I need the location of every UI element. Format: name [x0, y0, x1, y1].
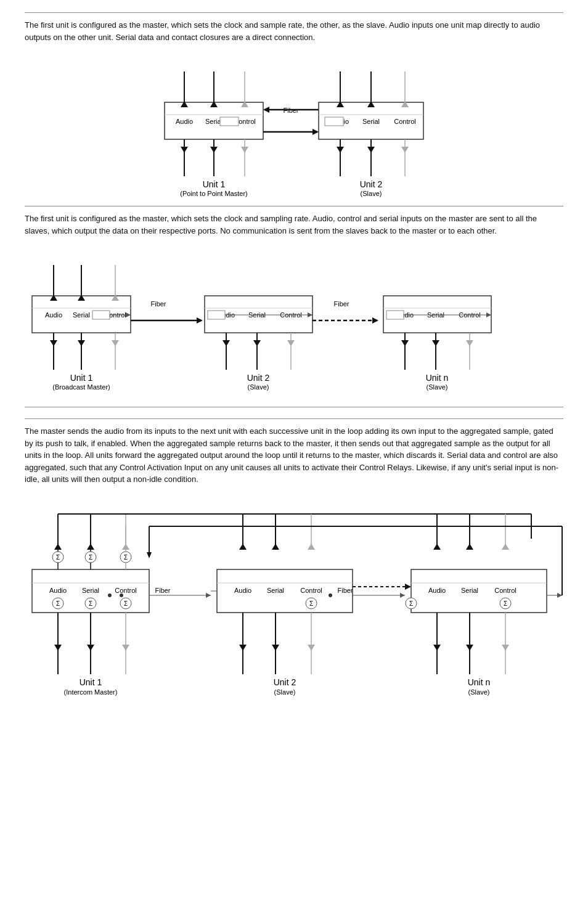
svg-text:(Intercom Master): (Intercom Master): [64, 688, 118, 696]
svg-text:(Broadcast Master): (Broadcast Master): [52, 383, 110, 391]
svg-rect-25: [92, 311, 110, 319]
unit1-subname: (Point to Point Master): [180, 190, 247, 197]
svg-text:Σ: Σ: [124, 600, 128, 607]
svg-rect-47: [208, 311, 225, 319]
svg-text:(Slave): (Slave): [248, 383, 269, 391]
svg-text:Fiber: Fiber: [337, 587, 353, 594]
unit1-name: Unit 1: [203, 179, 226, 189]
svg-text:Control: Control: [300, 587, 322, 594]
unit2-subname: (Slave): [361, 190, 382, 197]
svg-point-to-point: Audio Serial Control: [140, 53, 448, 195]
svg-point-94: [120, 593, 123, 597]
svg-marker-41: [197, 317, 203, 324]
svg-text:(Slave): (Slave): [427, 383, 448, 391]
svg-text:Fiber: Fiber: [150, 300, 166, 308]
svg-text:Audio: Audio: [49, 587, 67, 594]
svg-point-129: [329, 593, 332, 597]
diagram-point-to-point: Audio Serial Control: [25, 53, 563, 195]
fiber-arrow-right-1: [312, 129, 319, 135]
svg-text:Serial: Serial: [82, 587, 99, 594]
svg-text:Σ: Σ: [89, 554, 92, 561]
svg-text:Fiber: Fiber: [333, 300, 349, 308]
fiber-arrow-left-1: [263, 107, 269, 113]
desc-intercom: The master sends the audio from its inpu…: [25, 425, 563, 486]
diagram-broadcast: Audio Serial Control Fiber Audio S: [25, 247, 563, 394]
svg-broadcast: Audio Serial Control Fiber Audio S: [26, 247, 562, 394]
desc-broadcast: The first unit is configured as the mast…: [25, 213, 563, 237]
unit2-name: Unit 2: [360, 179, 383, 189]
svg-rect-13: [325, 117, 343, 126]
svg-text:Σ: Σ: [309, 600, 313, 607]
svg-text:Serial: Serial: [73, 311, 90, 319]
svg-marker-128: [400, 593, 405, 598]
svg-text:Unit 2: Unit 2: [274, 677, 296, 687]
svg-marker-92: [206, 593, 211, 598]
svg-text:(Slave): (Slave): [468, 688, 490, 696]
unit2-serial-label: Serial: [362, 118, 380, 125]
svg-text:Fiber: Fiber: [155, 587, 170, 594]
svg-text:Unit n: Unit n: [426, 373, 449, 383]
svg-marker-171: [147, 552, 152, 558]
svg-text:Audio: Audio: [428, 587, 446, 594]
svg-marker-167: [405, 584, 411, 590]
svg-text:Σ: Σ: [56, 600, 60, 607]
svg-marker-58: [372, 317, 378, 324]
svg-text:Serial: Serial: [461, 587, 478, 594]
svg-marker-153: [557, 593, 562, 598]
desc-point-to-point: The first unit is configured as the mast…: [25, 19, 563, 43]
svg-text:Control: Control: [115, 587, 136, 594]
svg-text:Unit 1: Unit 1: [80, 677, 102, 687]
svg-text:Unit n: Unit n: [468, 677, 491, 687]
svg-intercom: Audio Serial Control Fiber Σ Σ Σ: [26, 495, 562, 699]
svg-text:Σ: Σ: [409, 600, 413, 607]
unit1-audio-label: Audio: [176, 118, 193, 125]
svg-text:Σ: Σ: [89, 600, 92, 607]
diagram-intercom: Audio Serial Control Fiber Σ Σ Σ: [25, 495, 563, 699]
svg-point-93: [108, 593, 112, 597]
svg-text:(Slave): (Slave): [274, 688, 296, 696]
svg-text:Control: Control: [494, 587, 516, 594]
svg-text:Audio: Audio: [45, 311, 62, 319]
svg-text:Σ: Σ: [504, 600, 507, 607]
svg-rect-2: [220, 117, 239, 126]
svg-text:Σ: Σ: [56, 554, 60, 561]
unit2-control-label: Control: [394, 118, 415, 125]
svg-text:Serial: Serial: [267, 587, 284, 594]
section-broadcast: The first unit is configured as the mast…: [25, 206, 563, 407]
svg-rect-64: [386, 311, 404, 319]
svg-text:Unit 2: Unit 2: [247, 373, 270, 383]
svg-text:Audio: Audio: [234, 587, 251, 594]
section-point-to-point: The first unit is configured as the mast…: [25, 12, 563, 195]
section-intercom: The master sends the audio from its inpu…: [25, 418, 563, 699]
svg-text:Unit 1: Unit 1: [70, 373, 93, 383]
svg-text:Σ: Σ: [124, 554, 128, 561]
